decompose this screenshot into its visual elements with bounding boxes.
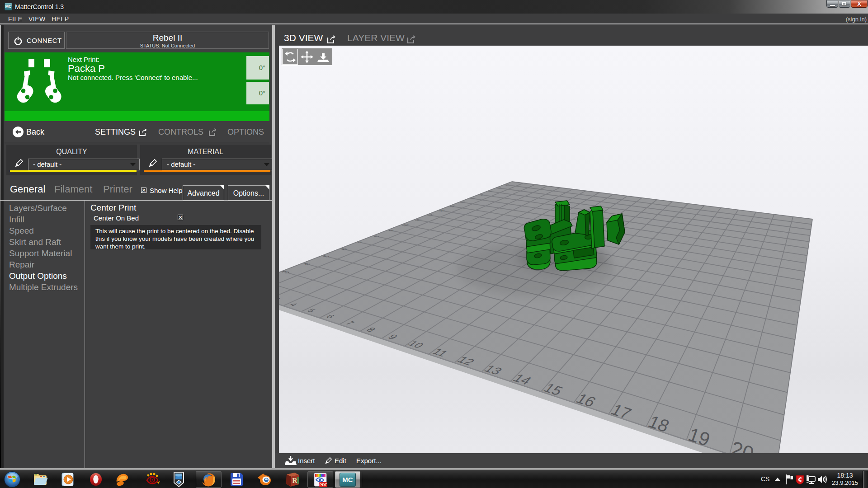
svg-text:R: R	[292, 477, 297, 484]
svg-text:PDF: PDF	[320, 483, 327, 487]
